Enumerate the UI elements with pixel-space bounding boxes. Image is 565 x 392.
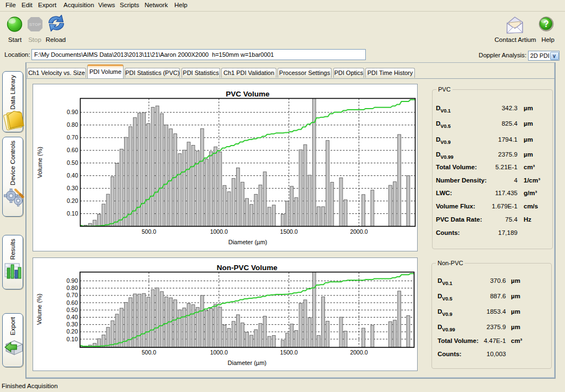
svg-text:0.10: 0.10 xyxy=(67,210,78,217)
svg-text:0.80: 0.80 xyxy=(67,121,78,128)
svg-text:1000.0: 1000.0 xyxy=(210,349,228,356)
svg-text:Non-PVC Volume: Non-PVC Volume xyxy=(217,264,278,272)
svg-text:0.40: 0.40 xyxy=(67,172,78,179)
svg-text:Diameter (µm): Diameter (µm) xyxy=(228,239,268,245)
svg-text:0.40: 0.40 xyxy=(67,314,78,320)
svg-text:?: ? xyxy=(543,19,549,29)
svg-text:0.50: 0.50 xyxy=(67,307,78,313)
svg-text:0.20: 0.20 xyxy=(67,328,78,335)
svg-text:500.0: 500.0 xyxy=(142,349,156,356)
svg-text:Volume (%): Volume (%) xyxy=(36,147,43,178)
svg-text:500.0: 500.0 xyxy=(142,228,156,235)
svg-text:0.60: 0.60 xyxy=(67,147,78,153)
svg-text:Volume (%): Volume (%) xyxy=(36,293,42,325)
svg-text:0.90: 0.90 xyxy=(67,109,78,115)
svg-text:1500.0: 1500.0 xyxy=(280,228,298,235)
svg-text:0.20: 0.20 xyxy=(67,197,78,204)
svg-text:0.70: 0.70 xyxy=(67,292,78,298)
svg-text:0.90: 0.90 xyxy=(67,277,78,284)
svg-text:0.70: 0.70 xyxy=(67,134,78,141)
svg-text:Diameter (µm): Diameter (µm) xyxy=(228,359,267,366)
svg-text:PVC Volume: PVC Volume xyxy=(226,90,270,98)
svg-text:1000.0: 1000.0 xyxy=(210,228,228,235)
svg-text:0.30: 0.30 xyxy=(67,321,78,327)
svg-text:STOP: STOP xyxy=(29,22,41,27)
svg-text:2000.0: 2000.0 xyxy=(350,228,367,235)
svg-text:0.50: 0.50 xyxy=(67,159,78,166)
svg-text:0.60: 0.60 xyxy=(67,299,78,306)
svg-text:0.30: 0.30 xyxy=(67,185,78,191)
svg-text:0.10: 0.10 xyxy=(67,336,78,342)
svg-text:2000.0: 2000.0 xyxy=(350,349,367,356)
svg-text:0.80: 0.80 xyxy=(67,284,78,291)
svg-text:1500.0: 1500.0 xyxy=(280,349,298,356)
